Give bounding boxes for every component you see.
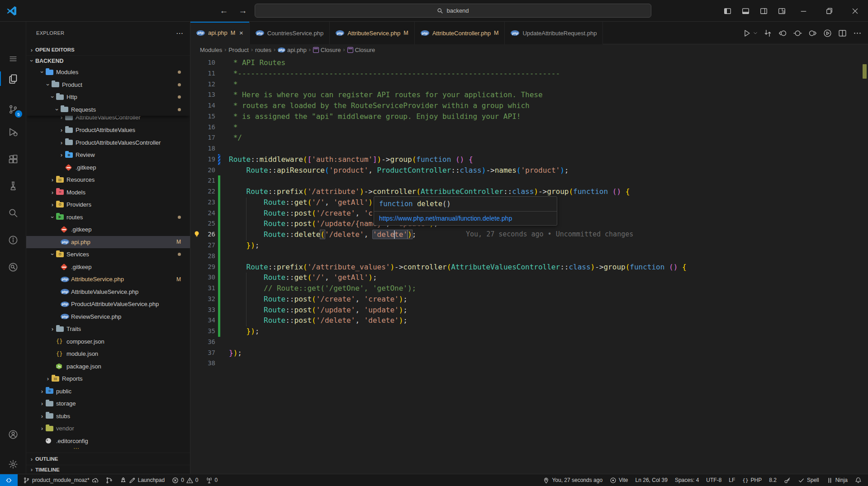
toggle-primary-sidebar[interactable] — [718, 0, 736, 22]
code-line[interactable]: 16 * — [190, 122, 868, 133]
status-blame-status[interactable]: You, 27 seconds ago — [539, 474, 606, 486]
breadcrumb-api.php[interactable]: phpapi.php — [278, 47, 307, 53]
outline-section[interactable]: › OUTLINE — [26, 453, 190, 465]
folder-item-Product[interactable]: ›Product — [26, 79, 190, 91]
code-line[interactable]: 36 — [190, 337, 868, 348]
activity-run-and-debug[interactable] — [0, 122, 26, 142]
code-line[interactable]: 14 * routes are loaded by the RouteServi… — [190, 100, 868, 111]
breadcrumb-Closure[interactable]: Closure — [347, 47, 375, 53]
code-line[interactable]: 26 Route::delete('/delete', 'delete');Yo… — [190, 229, 868, 240]
folder-item-Resources[interactable]: ›▤Resources — [26, 174, 190, 186]
file-item-AttributeService.php[interactable]: phpAttributeService.phpM — [26, 273, 190, 286]
file-item-api.php[interactable]: phpapi.phpM — [26, 236, 190, 249]
workspace-root-section[interactable]: › BACKEND — [26, 55, 190, 66]
code-line[interactable]: 10 * API Routes — [190, 57, 868, 68]
activity-settings[interactable] — [0, 454, 26, 474]
step-forward[interactable] — [806, 27, 819, 39]
code-line[interactable]: 15 * is assigned the "api" middleware gr… — [190, 111, 868, 122]
close-window[interactable] — [842, 0, 868, 22]
folder-item-vendor[interactable]: ›vendor — [26, 422, 190, 435]
status-git-branch[interactable]: product_module_moaz* — [19, 474, 102, 486]
folder-item-Http[interactable]: ›Http — [26, 91, 190, 104]
status-spell-checker[interactable]: Spell — [794, 474, 823, 486]
folder-item-ProductAttributeValues[interactable]: ›ProductAttributeValues — [26, 124, 190, 137]
activity-search-everywhere[interactable] — [0, 257, 26, 277]
tab-AttributeService.php[interactable]: phpAttributeService.phpM — [330, 22, 415, 44]
file-item-ProductAttributeValueService.php[interactable]: phpProductAttributeValueService.php — [26, 298, 190, 311]
code-line[interactable]: 22 Route::prefix('/attribute')->controll… — [190, 186, 868, 197]
code-line[interactable]: 37}); — [190, 348, 868, 359]
code-line[interactable]: 13 * Here is where you can register API … — [190, 90, 868, 100]
run-dropdown[interactable] — [752, 27, 759, 39]
open-editors-section[interactable]: › OPEN EDITORS — [26, 44, 190, 55]
status-cursor-position[interactable]: Ln 26, Col 39 — [632, 474, 671, 486]
folder-item-AttributeValuesController[interactable]: ›AttributeValuesController — [26, 116, 190, 124]
activity-accounts[interactable] — [0, 425, 26, 444]
status-encoding[interactable]: UTF-8 — [702, 474, 725, 486]
code-line[interactable]: 31 // Route::get('/getOne', 'getOne'); — [190, 283, 868, 294]
folder-item-Services[interactable]: ›⚙Services — [26, 248, 190, 261]
folder-item-Providers[interactable]: ›⚙Providers — [26, 198, 190, 211]
file-item-package.json[interactable]: Jspackage.json — [26, 360, 190, 373]
code-line[interactable]: 20 Route::apiResource('product', Product… — [190, 165, 868, 176]
run-file[interactable] — [821, 27, 834, 39]
split-editor[interactable] — [836, 27, 849, 39]
status-ninja[interactable]: Ninja — [823, 474, 851, 486]
run-code[interactable] — [740, 27, 753, 39]
toggle-panel[interactable] — [736, 0, 754, 22]
file-item-composer.json[interactable]: {}composer.json — [26, 335, 190, 348]
breadcrumb-Closure[interactable]: Closure — [313, 47, 341, 53]
activity-extensions[interactable] — [0, 149, 26, 169]
code-line[interactable]: 12 * — [190, 79, 868, 90]
hover-doc-link[interactable]: https://www.php.net/manual/function.dele… — [374, 212, 557, 225]
folder-item-Models[interactable]: ›≡Models — [26, 186, 190, 199]
breadcrumb[interactable]: Modules›Product›routes›phpapi.php›Closur… — [190, 44, 868, 55]
customize-layout[interactable] — [773, 0, 791, 22]
code-line[interactable]: 28 — [190, 251, 868, 262]
activity-menu[interactable] — [0, 49, 26, 69]
step-back[interactable] — [776, 27, 789, 39]
folder-item-routes[interactable]: ›▶routes — [26, 211, 190, 224]
status-eol[interactable]: LF — [725, 474, 739, 486]
record[interactable] — [791, 27, 804, 39]
folder-item-Reports[interactable]: ›▤Reports — [26, 373, 190, 385]
status-indentation[interactable]: Spaces: 4 — [671, 474, 702, 486]
file-item-AttributeValueService.php[interactable]: phpAttributeValueService.php — [26, 286, 190, 298]
folder-item-ProductAttributeValuesController[interactable]: ›ProductAttributeValuesController — [26, 137, 190, 149]
folder-item-stubs[interactable]: ›stubs — [26, 410, 190, 423]
file-item-.editorconfig[interactable]: .editorconfig — [26, 435, 190, 448]
tab-CountriesService.php[interactable]: phpCountriesService.php — [250, 22, 330, 44]
breadcrumb-Product[interactable]: Product — [228, 47, 249, 53]
file-item-.gitkeep[interactable]: .gitkeep — [26, 261, 190, 274]
status-language-mode[interactable]: {}PHP — [739, 474, 765, 486]
tab-UpdateAttributeRequest.php[interactable]: phpUpdateAttributeRequest.php — [505, 22, 603, 44]
status-ports[interactable]: 0 — [202, 474, 222, 486]
activity-intelephense[interactable] — [0, 230, 26, 250]
folder-item-public[interactable]: ›⊕public — [26, 385, 190, 398]
code-line[interactable]: 30 Route::get('/', 'getAll'); — [190, 272, 868, 283]
status-intelephense-key[interactable] — [780, 474, 794, 486]
minimize[interactable] — [791, 0, 816, 22]
more-actions[interactable] — [851, 27, 863, 39]
command-center-search[interactable]: backend — [255, 4, 651, 18]
code-line[interactable]: 27 }); — [190, 240, 868, 251]
tab-close-icon[interactable]: × — [239, 29, 243, 37]
code-line[interactable]: 32 Route::post('/create', 'create'); — [190, 294, 868, 305]
activity-explorer[interactable] — [0, 69, 26, 89]
code-line[interactable]: 35 }); — [190, 326, 868, 337]
status-launchpad[interactable]: Launchpad — [116, 474, 168, 486]
navigate-back-icon[interactable]: ← — [217, 5, 231, 17]
code-line[interactable]: 19Route::middleware(['auth:sanctum'])->g… — [190, 154, 868, 165]
status-problems[interactable]: 00 — [168, 474, 202, 486]
explorer-more-actions-icon[interactable]: ⋯ — [176, 29, 184, 38]
folder-item-storage[interactable]: ›storage — [26, 397, 190, 410]
status-notifications[interactable] — [851, 474, 865, 486]
tab-api.php[interactable]: phpapi.phpM× — [190, 22, 250, 44]
activity-search[interactable] — [0, 203, 26, 223]
file-item-.gitkeep[interactable]: .gitkeep — [26, 161, 190, 174]
code-line[interactable]: 29 Route::prefix('/attribute_values')->c… — [190, 262, 868, 273]
code-line[interactable]: 11 *------------------------------------… — [190, 68, 868, 79]
folder-item-Modules[interactable]: ›Modules — [26, 66, 190, 79]
code-line[interactable]: 21 — [190, 175, 868, 186]
code-line[interactable]: 33 Route::post('/update', 'update'); — [190, 305, 868, 316]
